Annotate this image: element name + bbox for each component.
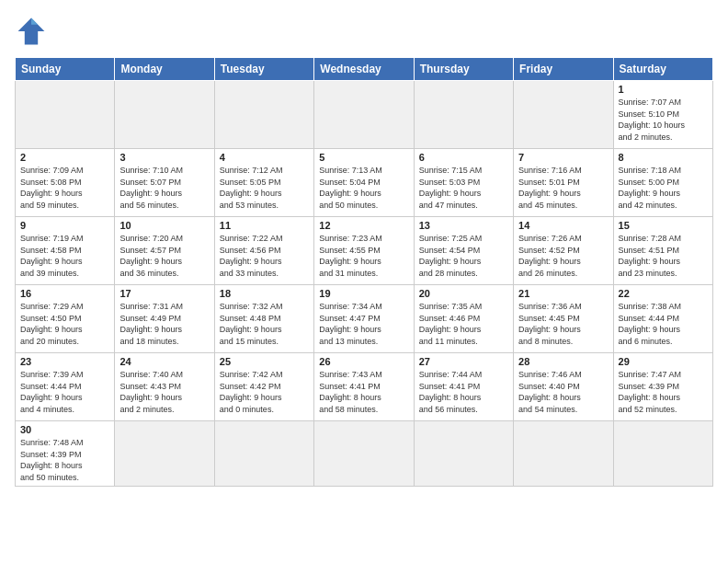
day-number: 14 <box>518 220 608 231</box>
calendar-cell: 30Sunrise: 7:48 AMSunset: 4:39 PMDayligh… <box>16 421 115 487</box>
day-info: Sunrise: 7:15 AMSunset: 5:03 PMDaylight:… <box>419 165 508 211</box>
day-info: Sunrise: 7:19 AMSunset: 4:58 PMDaylight:… <box>20 233 109 279</box>
day-number: 25 <box>220 356 309 367</box>
day-info: Sunrise: 7:40 AMSunset: 4:43 PMDaylight:… <box>119 369 209 415</box>
calendar-cell <box>115 421 214 487</box>
day-info: Sunrise: 7:29 AMSunset: 4:50 PMDaylight:… <box>20 301 109 347</box>
calendar-cell: 16Sunrise: 7:29 AMSunset: 4:50 PMDayligh… <box>16 285 115 353</box>
calendar-cell: 11Sunrise: 7:22 AMSunset: 4:56 PMDayligh… <box>214 217 313 285</box>
calendar-cell <box>214 81 313 149</box>
calendar-table: SundayMondayTuesdayWednesdayThursdayFrid… <box>15 57 713 487</box>
day-info: Sunrise: 7:47 AMSunset: 4:39 PMDaylight:… <box>619 369 708 415</box>
calendar-cell: 24Sunrise: 7:40 AMSunset: 4:43 PMDayligh… <box>115 353 214 421</box>
day-info: Sunrise: 7:16 AMSunset: 5:01 PMDaylight:… <box>518 165 608 211</box>
week-row-2: 2Sunrise: 7:09 AMSunset: 5:08 PMDaylight… <box>16 149 713 217</box>
calendar-cell: 8Sunrise: 7:18 AMSunset: 5:00 PMDaylight… <box>613 149 712 217</box>
weekday-thursday: Thursday <box>414 58 513 81</box>
day-number: 29 <box>619 356 708 367</box>
calendar-cell <box>514 81 613 149</box>
calendar-cell: 3Sunrise: 7:10 AMSunset: 5:07 PMDaylight… <box>115 149 214 217</box>
calendar-cell <box>613 421 712 487</box>
calendar-cell: 6Sunrise: 7:15 AMSunset: 5:03 PMDaylight… <box>414 149 513 217</box>
calendar-cell <box>115 81 214 149</box>
calendar-cell: 29Sunrise: 7:47 AMSunset: 4:39 PMDayligh… <box>613 353 712 421</box>
calendar-cell: 4Sunrise: 7:12 AMSunset: 5:05 PMDaylight… <box>214 149 313 217</box>
day-number: 13 <box>419 220 508 231</box>
weekday-saturday: Saturday <box>613 58 712 81</box>
day-info: Sunrise: 7:43 AMSunset: 4:41 PMDaylight:… <box>319 369 408 415</box>
day-info: Sunrise: 7:23 AMSunset: 4:55 PMDaylight:… <box>319 233 408 279</box>
day-number: 30 <box>20 424 109 435</box>
day-number: 7 <box>518 152 608 163</box>
day-info: Sunrise: 7:22 AMSunset: 4:56 PMDaylight:… <box>220 233 309 279</box>
day-info: Sunrise: 7:38 AMSunset: 4:44 PMDaylight:… <box>619 301 708 347</box>
week-row-4: 16Sunrise: 7:29 AMSunset: 4:50 PMDayligh… <box>16 285 713 353</box>
day-info: Sunrise: 7:39 AMSunset: 4:44 PMDaylight:… <box>20 369 109 415</box>
calendar-cell <box>16 81 115 149</box>
day-info: Sunrise: 7:12 AMSunset: 5:05 PMDaylight:… <box>220 165 309 211</box>
day-number: 19 <box>319 288 408 299</box>
logo <box>15 15 51 48</box>
day-number: 27 <box>419 356 508 367</box>
day-number: 2 <box>20 152 109 163</box>
day-number: 21 <box>518 288 608 299</box>
day-number: 16 <box>20 288 109 299</box>
day-number: 10 <box>119 220 209 231</box>
day-info: Sunrise: 7:20 AMSunset: 4:57 PMDaylight:… <box>119 233 209 279</box>
calendar-cell: 15Sunrise: 7:28 AMSunset: 4:51 PMDayligh… <box>613 217 712 285</box>
calendar-cell <box>314 81 414 149</box>
calendar-cell: 2Sunrise: 7:09 AMSunset: 5:08 PMDaylight… <box>16 149 115 217</box>
day-number: 5 <box>319 152 408 163</box>
page: SundayMondayTuesdayWednesdayThursdayFrid… <box>0 0 728 563</box>
calendar-cell: 22Sunrise: 7:38 AMSunset: 4:44 PMDayligh… <box>613 285 712 353</box>
day-info: Sunrise: 7:25 AMSunset: 4:54 PMDaylight:… <box>419 233 508 279</box>
week-row-5: 23Sunrise: 7:39 AMSunset: 4:44 PMDayligh… <box>16 353 713 421</box>
day-number: 8 <box>619 152 708 163</box>
weekday-wednesday: Wednesday <box>314 58 414 81</box>
header <box>15 15 713 48</box>
day-number: 9 <box>20 220 109 231</box>
week-row-3: 9Sunrise: 7:19 AMSunset: 4:58 PMDaylight… <box>16 217 713 285</box>
calendar-cell <box>214 421 313 487</box>
day-info: Sunrise: 7:46 AMSunset: 4:40 PMDaylight:… <box>518 369 608 415</box>
day-info: Sunrise: 7:18 AMSunset: 5:00 PMDaylight:… <box>619 165 708 211</box>
calendar-cell: 26Sunrise: 7:43 AMSunset: 4:41 PMDayligh… <box>314 353 414 421</box>
calendar-cell: 20Sunrise: 7:35 AMSunset: 4:46 PMDayligh… <box>414 285 513 353</box>
week-row-6: 30Sunrise: 7:48 AMSunset: 4:39 PMDayligh… <box>16 421 713 487</box>
day-info: Sunrise: 7:35 AMSunset: 4:46 PMDaylight:… <box>419 301 508 347</box>
calendar-cell <box>314 421 414 487</box>
logo-icon <box>15 15 48 48</box>
day-number: 24 <box>119 356 209 367</box>
calendar-cell: 13Sunrise: 7:25 AMSunset: 4:54 PMDayligh… <box>414 217 513 285</box>
calendar-cell <box>414 81 513 149</box>
day-info: Sunrise: 7:26 AMSunset: 4:52 PMDaylight:… <box>518 233 608 279</box>
calendar-cell: 27Sunrise: 7:44 AMSunset: 4:41 PMDayligh… <box>414 353 513 421</box>
day-info: Sunrise: 7:36 AMSunset: 4:45 PMDaylight:… <box>518 301 608 347</box>
day-info: Sunrise: 7:09 AMSunset: 5:08 PMDaylight:… <box>20 165 109 211</box>
calendar-cell: 25Sunrise: 7:42 AMSunset: 4:42 PMDayligh… <box>214 353 313 421</box>
calendar-cell: 12Sunrise: 7:23 AMSunset: 4:55 PMDayligh… <box>314 217 414 285</box>
week-row-1: 1Sunrise: 7:07 AMSunset: 5:10 PMDaylight… <box>16 81 713 149</box>
day-number: 17 <box>119 288 209 299</box>
day-number: 18 <box>220 288 309 299</box>
day-info: Sunrise: 7:31 AMSunset: 4:49 PMDaylight:… <box>119 301 209 347</box>
day-info: Sunrise: 7:13 AMSunset: 5:04 PMDaylight:… <box>319 165 408 211</box>
day-number: 3 <box>119 152 209 163</box>
weekday-tuesday: Tuesday <box>214 58 313 81</box>
weekday-friday: Friday <box>514 58 613 81</box>
calendar-cell: 23Sunrise: 7:39 AMSunset: 4:44 PMDayligh… <box>16 353 115 421</box>
calendar-cell <box>414 421 513 487</box>
day-number: 12 <box>319 220 408 231</box>
calendar-cell: 10Sunrise: 7:20 AMSunset: 4:57 PMDayligh… <box>115 217 214 285</box>
day-number: 6 <box>419 152 508 163</box>
day-number: 26 <box>319 356 408 367</box>
day-info: Sunrise: 7:48 AMSunset: 4:39 PMDaylight:… <box>20 437 109 483</box>
day-number: 23 <box>20 356 109 367</box>
calendar-cell: 17Sunrise: 7:31 AMSunset: 4:49 PMDayligh… <box>115 285 214 353</box>
day-number: 4 <box>220 152 309 163</box>
day-number: 20 <box>419 288 508 299</box>
calendar-cell: 7Sunrise: 7:16 AMSunset: 5:01 PMDaylight… <box>514 149 613 217</box>
calendar-cell: 21Sunrise: 7:36 AMSunset: 4:45 PMDayligh… <box>514 285 613 353</box>
calendar-cell <box>514 421 613 487</box>
day-info: Sunrise: 7:32 AMSunset: 4:48 PMDaylight:… <box>220 301 309 347</box>
